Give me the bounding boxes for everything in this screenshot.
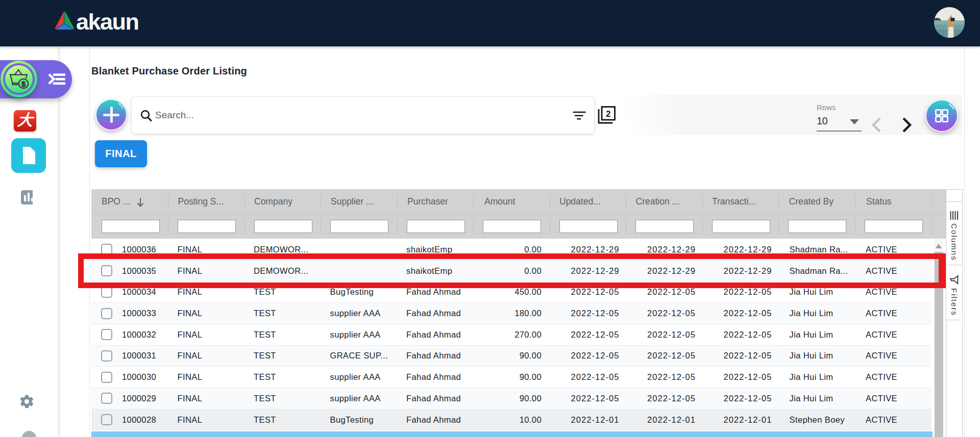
svg-text:$: $ [21,80,26,88]
svg-text:2: 2 [606,109,610,119]
